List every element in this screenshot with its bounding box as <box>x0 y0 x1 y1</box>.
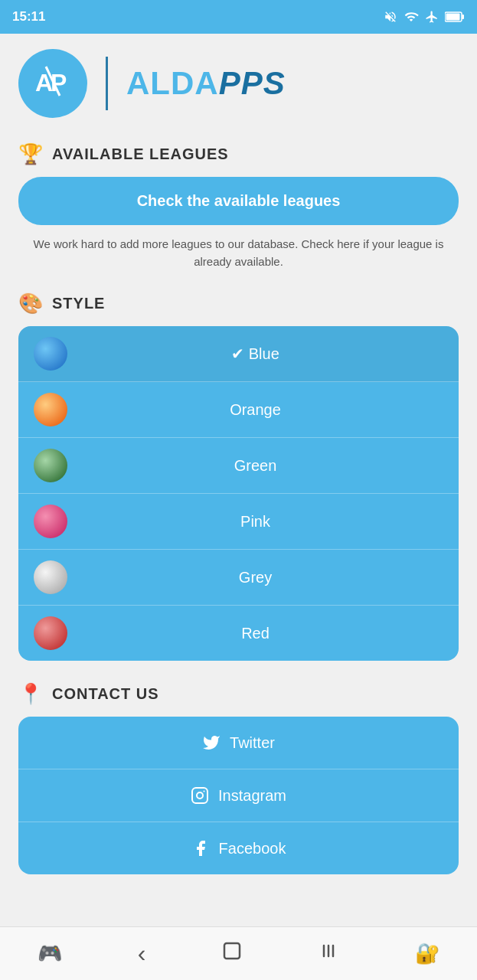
leagues-emoji: 🏆 <box>18 142 43 166</box>
svg-rect-6 <box>192 788 207 803</box>
bottom-nav: 🎮 ‹ 🔐 <box>0 926 477 980</box>
nav-fingerprint-button[interactable]: 🔐 <box>403 936 452 972</box>
color-ball-red <box>34 616 67 650</box>
instagram-label: Instagram <box>218 787 286 805</box>
leagues-section-header: 🏆 AVAILABLE LEAGUES <box>18 142 459 166</box>
logo-divider <box>106 57 108 110</box>
color-option-pink[interactable]: Pink <box>18 494 459 550</box>
svg-point-8 <box>204 791 205 792</box>
color-option-orange[interactable]: Orange <box>18 382 459 438</box>
header: A P ALDAPPS <box>0 34 477 130</box>
contact-buttons-list: Twitter Instagram Facebook <box>18 717 459 874</box>
facebook-button[interactable]: Facebook <box>18 822 459 874</box>
app-logo: A P <box>18 49 87 118</box>
brand-alda: ALDA <box>126 65 219 101</box>
color-ball-grey <box>34 560 67 594</box>
color-option-grey[interactable]: Grey <box>18 550 459 606</box>
leagues-title: AVAILABLE LEAGUES <box>52 145 229 163</box>
battery-icon <box>445 11 465 23</box>
twitter-label: Twitter <box>230 734 275 752</box>
check-leagues-button[interactable]: Check the available leagues <box>18 177 459 225</box>
status-bar: 15:11 <box>0 0 477 34</box>
instagram-button[interactable]: Instagram <box>18 769 459 822</box>
contact-section: 📍 CONTACT US Twitter <box>18 682 459 874</box>
leagues-description: We work hard to add more leagues to our … <box>18 236 459 270</box>
color-ball-orange <box>34 393 67 426</box>
style-section-header: 🎨 STYLE <box>18 292 459 315</box>
color-label-blue: ✔ Blue <box>67 345 443 363</box>
svg-rect-1 <box>446 14 460 21</box>
color-ball-pink <box>34 505 67 538</box>
contact-section-header: 📍 CONTACT US <box>18 682 459 706</box>
status-time: 15:11 <box>12 9 45 24</box>
color-options-list: ✔ Blue Orange Green Pink <box>18 326 459 661</box>
nav-back-button[interactable]: ‹ <box>126 933 158 974</box>
airplane-icon <box>425 10 439 24</box>
color-ball-green <box>34 449 67 482</box>
color-label-red: Red <box>67 625 443 642</box>
status-icons <box>384 10 465 24</box>
color-option-red[interactable]: Red <box>18 606 459 661</box>
nav-home-button[interactable] <box>209 934 255 973</box>
menu-lines-icon <box>318 940 339 962</box>
contact-emoji: 📍 <box>18 682 43 706</box>
facebook-label: Facebook <box>219 840 286 858</box>
color-ball-blue <box>34 337 67 371</box>
color-option-green[interactable]: Green <box>18 438 459 494</box>
mute-icon <box>384 10 397 24</box>
nav-game-button[interactable]: 🎮 <box>25 936 74 972</box>
instagram-icon <box>191 786 209 805</box>
logo-initials: A P <box>32 60 74 107</box>
wifi-icon <box>403 10 419 24</box>
contact-title: CONTACT US <box>52 685 159 703</box>
svg-rect-9 <box>224 943 240 959</box>
color-label-grey: Grey <box>67 569 443 586</box>
svg-point-7 <box>197 792 203 799</box>
color-label-pink: Pink <box>67 513 443 531</box>
home-square-icon <box>221 940 243 962</box>
color-label-green: Green <box>67 457 443 475</box>
color-label-orange: Orange <box>67 401 443 419</box>
nav-menu-button[interactable] <box>305 934 351 973</box>
twitter-icon <box>202 733 221 752</box>
twitter-button[interactable]: Twitter <box>18 717 459 769</box>
color-option-blue[interactable]: ✔ Blue <box>18 326 459 382</box>
style-emoji: 🎨 <box>18 292 43 315</box>
brand-name: ALDAPPS <box>126 65 286 102</box>
style-section: 🎨 STYLE ✔ Blue Orange Green <box>18 292 459 661</box>
facebook-icon <box>191 839 210 858</box>
brand-pps: PPS <box>219 65 286 101</box>
style-title: STYLE <box>52 295 105 312</box>
svg-rect-2 <box>462 15 464 19</box>
